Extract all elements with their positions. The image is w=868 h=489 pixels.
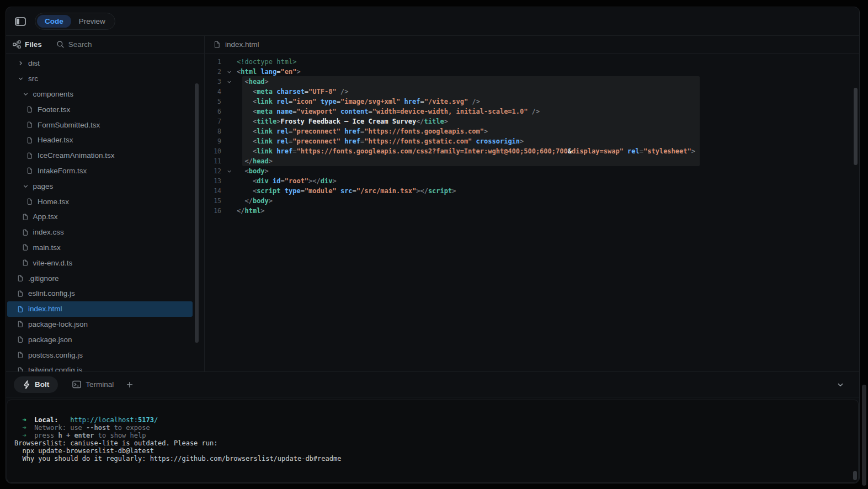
fold-gutter [221, 156, 237, 166]
code-line-7[interactable]: 7 <title>Frosty Feedback – Ice Cream Sur… [205, 116, 859, 126]
sidebar-header: Files Search [6, 36, 204, 54]
tree-item-pages[interactable]: pages [7, 178, 193, 194]
tree-item-label: package.json [28, 336, 72, 344]
terminal-line: Why you should do it regularly: https://… [14, 455, 858, 463]
page-scrollbar[interactable] [862, 385, 866, 486]
preview-tab[interactable]: Preview [71, 15, 113, 28]
code-line-3[interactable]: 3 <head> [205, 77, 859, 87]
terminal-output[interactable]: ➜ Local: http://localhost:5173/ ➜ Networ… [7, 400, 859, 483]
line-number: 4 [205, 87, 221, 97]
file-icon [26, 152, 34, 160]
file-icon [22, 213, 30, 221]
sidebar-toggle-icon[interactable] [15, 17, 26, 26]
code-line-5[interactable]: 5 <link rel="icon" type="image/svg+xml" … [205, 97, 859, 107]
terminal-link[interactable]: / [154, 416, 158, 424]
file-icon [17, 320, 25, 328]
sidebar-scrollbar[interactable] [195, 83, 199, 343]
file-icon [17, 351, 25, 359]
search-tab[interactable]: Search [56, 40, 92, 49]
terminal-link[interactable]: 5173 [138, 416, 154, 424]
tree-item-vite-env-d-ts[interactable]: vite-env.d.ts [7, 255, 193, 270]
tree-item-formsubmitted-tsx[interactable]: FormSubmitted.tsx [7, 117, 193, 132]
editor-scrollbar[interactable] [854, 88, 858, 165]
tree-item-package-lock-json[interactable]: package-lock.json [7, 317, 193, 332]
terminal-link[interactable]: http://localhost: [70, 416, 138, 424]
tree-item-header-tsx[interactable]: Header.tsx [7, 132, 193, 148]
code-text: <html lang="en"> [237, 67, 859, 77]
tree-item-intakeform-tsx[interactable]: IntakeForm.tsx [7, 163, 193, 179]
terminal-scrollbar[interactable] [853, 471, 857, 480]
code-line-12[interactable]: 12 <body> [205, 166, 859, 176]
tree-item-dist[interactable]: dist [7, 56, 193, 71]
code-line-13[interactable]: 13 <div id="root"></div> [205, 176, 859, 186]
tree-item-tailwind-config-js[interactable]: tailwind.config.js [7, 363, 193, 371]
tree-item-footer-tsx[interactable]: Footer.tsx [7, 102, 193, 117]
fold-chevron-icon[interactable] [221, 77, 237, 87]
tree-item-label: Header.tsx [38, 136, 73, 144]
terminal-line: npx update-browserslist-db@latest [14, 447, 858, 455]
code-line-1[interactable]: 1<!doctype html> [205, 57, 859, 67]
tree-item-label: src [28, 75, 38, 83]
code-text: <body> [237, 166, 859, 176]
editor-tab-filename[interactable]: index.html [225, 40, 259, 49]
tree-item--gitignore[interactable]: .gitignore [7, 270, 193, 286]
add-terminal-button[interactable] [126, 381, 134, 389]
file-explorer-sidebar: Files Search distsrccomponentsFooter.tsx… [6, 36, 205, 371]
file-icon [26, 198, 34, 205]
collapse-panel-chevron-icon[interactable] [836, 380, 845, 389]
code-line-2[interactable]: 2<html lang="en"> [205, 67, 859, 77]
code-line-14[interactable]: 14 <script type="module" src="/src/main.… [205, 186, 859, 196]
file-icon [17, 290, 25, 297]
code-text: <title>Frosty Feedback – Ice Cream Surve… [237, 116, 859, 126]
tree-item-package-json[interactable]: package.json [7, 332, 193, 347]
code-line-9[interactable]: 9 <link rel="preconnect" href="https://f… [205, 136, 859, 146]
file-icon [17, 336, 25, 343]
fold-chevron-icon[interactable] [221, 67, 237, 77]
tree-item-home-tsx[interactable]: Home.tsx [7, 194, 193, 209]
terminal-line: Browserslist: caniuse-lite is outdated. … [14, 439, 858, 447]
fold-chevron-icon[interactable] [221, 166, 237, 176]
code-line-10[interactable]: 10 <link href="https://fonts.googleapis.… [205, 146, 859, 156]
line-number: 5 [205, 97, 221, 107]
code-tab[interactable]: Code [37, 15, 71, 28]
file-icon [22, 228, 30, 236]
tree-item-main-tsx[interactable]: main.tsx [7, 240, 193, 256]
code-line-16[interactable]: 16</html> [205, 206, 859, 216]
fold-gutter [221, 196, 237, 206]
files-tab[interactable]: Files [13, 40, 42, 49]
fold-gutter [221, 57, 237, 67]
file-tree-icon [13, 40, 21, 49]
top-toolbar: Code Preview [6, 7, 859, 36]
line-number: 11 [205, 156, 221, 166]
terminal-line: ➜ Local: http://localhost:5173/ [14, 416, 858, 424]
tree-item-index-css[interactable]: index.css [7, 225, 193, 240]
code-line-8[interactable]: 8 <link rel="preconnect" href="https://f… [205, 126, 859, 136]
code-content[interactable]: 1<!doctype html>2<html lang="en">3 <head… [205, 54, 859, 371]
chevron-down-icon [17, 75, 25, 82]
fold-gutter [221, 136, 237, 146]
line-number: 6 [205, 107, 221, 116]
tree-item-label: components [33, 90, 74, 98]
editor-tab-bar: index.html [205, 36, 859, 54]
bottom-panel: Bolt Terminal ➜ Local: http://localhost:… [6, 371, 859, 483]
fold-gutter [221, 107, 237, 116]
tree-item-label: FormSubmitted.tsx [38, 121, 100, 129]
terminal-tab[interactable]: Terminal [72, 380, 114, 389]
code-line-6[interactable]: 6 <meta name="viewport" content="width=d… [205, 107, 859, 116]
code-line-4[interactable]: 4 <meta charset="UTF-8" /> [205, 87, 859, 97]
tree-item-icecreamanimation-tsx[interactable]: IceCreamAnimation.tsx [7, 148, 193, 163]
tree-item-label: package-lock.json [28, 320, 88, 328]
file-icon [214, 40, 221, 49]
tree-item-app-tsx[interactable]: App.tsx [7, 209, 193, 225]
tree-item-postcss-config-js[interactable]: postcss.config.js [7, 347, 193, 363]
code-line-11[interactable]: 11 </head> [205, 156, 859, 166]
bolt-terminal-tab[interactable]: Bolt [14, 376, 58, 393]
code-line-15[interactable]: 15 </body> [205, 196, 859, 206]
tree-item-index-html[interactable]: index.html [7, 301, 193, 317]
fold-gutter [221, 116, 237, 126]
tree-item-components[interactable]: components [7, 87, 193, 102]
tree-item-eslint-config-js[interactable]: eslint.config.js [7, 286, 193, 301]
workbench-window: Code Preview Files Search dist [6, 7, 860, 483]
tree-item-src[interactable]: src [7, 71, 193, 87]
chevron-down-icon [22, 183, 30, 190]
